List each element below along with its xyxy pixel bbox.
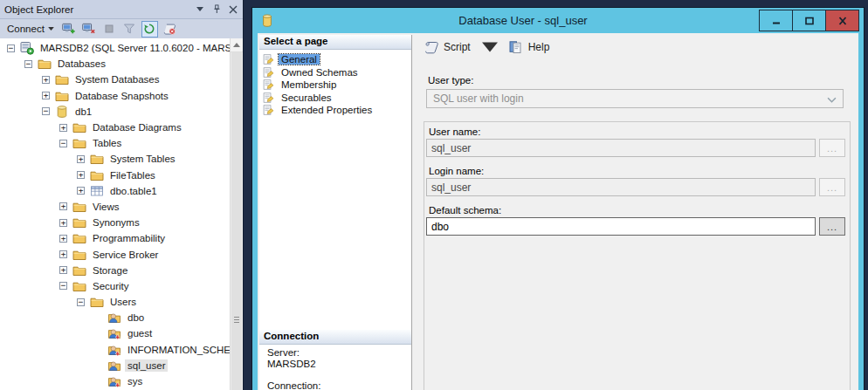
connect-object-explorer-icon[interactable]	[61, 21, 78, 38]
tree-item-label: Views	[90, 201, 121, 213]
refresh-icon[interactable]	[141, 21, 158, 38]
filter-icon[interactable]	[121, 21, 138, 38]
tree-item-storage[interactable]: +Storage	[0, 263, 231, 278]
tree-item-service-broker[interactable]: +Service Broker	[0, 246, 231, 262]
page-item-label: Extended Properties	[279, 105, 375, 115]
tree-item-guest[interactable]: guest	[0, 325, 231, 341]
dialog-titlebar[interactable]: Database User - sql_user	[252, 8, 864, 33]
expand-icon[interactable]: +	[42, 76, 50, 84]
script-error-icon[interactable]	[162, 21, 178, 38]
collapse-icon[interactable]: −	[7, 44, 15, 52]
expand-icon[interactable]: +	[59, 202, 67, 210]
tree-item-information-schem[interactable]: INFORMATION_SCHEM	[0, 342, 231, 358]
object-explorer-titlebar[interactable]: Object Explorer	[0, 0, 243, 19]
default-schema-label: Default schema:	[429, 205, 501, 216]
connection-label: Connection:	[267, 380, 320, 390]
tree-item-system-databases[interactable]: +System Databases	[0, 72, 231, 87]
tree-item-db1[interactable]: −db1	[0, 104, 231, 120]
collapse-icon[interactable]: −	[77, 298, 85, 306]
minimize-button[interactable]	[759, 10, 793, 31]
tree-item-filetables[interactable]: +FileTables	[0, 168, 231, 183]
maximize-button[interactable]	[792, 10, 826, 31]
tree-item-sys[interactable]: sys	[0, 373, 231, 389]
expand-icon[interactable]: +	[77, 171, 85, 179]
collapse-icon[interactable]: −	[24, 60, 32, 68]
select-a-page-header: Select a page	[259, 35, 411, 50]
tree-item-views[interactable]: +Views	[0, 199, 231, 215]
user-type-dropdown[interactable]: SQL user with login	[426, 89, 844, 108]
tree-item-sql-user[interactable]: sql_user	[0, 358, 231, 373]
login-name-label: Login name:	[429, 166, 484, 176]
tree-item-database-snapshots[interactable]: +Database Snapshots	[0, 88, 231, 104]
default-schema-browse-button[interactable]: ...	[819, 217, 845, 236]
page-item-owned-schemas[interactable]: Owned Schemas	[259, 66, 411, 79]
tree-item-label: Service Broker	[90, 249, 161, 261]
page-item-general[interactable]: General	[259, 53, 411, 66]
table-icon	[90, 184, 104, 198]
expand-icon[interactable]: +	[42, 92, 50, 99]
tree-item-label: System Databases	[72, 73, 162, 86]
page-item-label: General	[279, 54, 320, 65]
dialog-title: Database User - sql_user	[305, 8, 741, 33]
page-item-membership[interactable]: Membership	[259, 79, 411, 92]
help-button[interactable]: Help	[504, 38, 555, 57]
tree-item-label: System Tables	[107, 153, 178, 165]
tree-item-databases[interactable]: −Databases	[0, 56, 231, 72]
tree-item-label: MARSDB2 (SQL Server 11.0.6020 - MARSD	[38, 42, 231, 54]
tree-item-database-diagrams[interactable]: +Database Diagrams	[0, 120, 231, 135]
server-label: Server:	[267, 347, 300, 358]
disconnect-icon[interactable]	[81, 21, 98, 38]
user-name-field	[426, 139, 816, 157]
expand-icon[interactable]: +	[77, 187, 85, 195]
collapse-icon[interactable]: −	[42, 107, 50, 115]
folder-icon	[90, 152, 104, 166]
tree-item-label: db1	[72, 106, 94, 118]
expand-icon[interactable]: +	[59, 124, 67, 132]
tree-item-label: dbo	[125, 311, 147, 324]
user-deny-icon	[107, 374, 121, 388]
tree-item-synonyms[interactable]: +Synonyms	[0, 215, 231, 230]
collapse-icon[interactable]: −	[59, 140, 67, 147]
folder-icon	[72, 231, 86, 245]
database-icon	[261, 13, 273, 28]
tree-item-tables[interactable]: −Tables	[0, 135, 231, 151]
pin-icon[interactable]	[211, 4, 222, 15]
user-identity-groupbox	[424, 121, 851, 390]
tree-item-dbo-table1[interactable]: +dbo.table1	[0, 183, 231, 199]
script-scroll-icon	[424, 40, 439, 54]
connect-button[interactable]: Connect	[4, 23, 57, 35]
window-position-icon[interactable]	[195, 4, 205, 15]
stop-icon[interactable]	[101, 21, 118, 38]
tree-item-programmability[interactable]: +Programmability	[0, 230, 231, 246]
tree-item-label: sql_user	[125, 359, 168, 372]
scrollbar-thumb[interactable]	[231, 52, 242, 390]
close-icon[interactable]	[228, 4, 238, 15]
expand-icon[interactable]: +	[59, 219, 67, 227]
general-page-content: Script Help User type: SQL user with log…	[414, 33, 858, 390]
default-schema-field[interactable]	[426, 217, 816, 236]
page-item-label: Securables	[279, 92, 334, 103]
tree-item-security[interactable]: −Security	[0, 278, 231, 294]
tree-item-marsdb2-sql-server-11-0-6020-marsd[interactable]: −MARSDB2 (SQL Server 11.0.6020 - MARSD	[0, 40, 231, 56]
tree-item-system-tables[interactable]: +System Tables	[0, 151, 231, 167]
scroll-up-icon[interactable]	[231, 38, 243, 52]
collapse-icon[interactable]: −	[59, 282, 67, 290]
tree-item-label: Users	[107, 296, 139, 308]
folder-icon	[72, 120, 86, 134]
close-button[interactable]	[825, 10, 859, 31]
tree-item-users[interactable]: −Users	[0, 294, 231, 310]
folder-icon	[72, 136, 86, 150]
script-button[interactable]: Script	[419, 38, 504, 57]
page-icon	[262, 104, 275, 116]
page-icon	[262, 53, 275, 65]
tree-scrollbar[interactable]	[230, 38, 243, 390]
expand-icon[interactable]: +	[59, 235, 67, 243]
expand-icon[interactable]: +	[77, 155, 85, 163]
tree-item-dbo[interactable]: dbo	[0, 310, 231, 325]
page-item-extended-properties[interactable]: Extended Properties	[259, 104, 411, 117]
page-item-securables[interactable]: Securables	[259, 92, 411, 105]
tree-item-label: Database Snapshots	[72, 90, 171, 102]
expand-icon[interactable]: +	[59, 250, 67, 258]
expand-icon[interactable]: +	[59, 266, 67, 274]
user-icon	[107, 359, 121, 373]
